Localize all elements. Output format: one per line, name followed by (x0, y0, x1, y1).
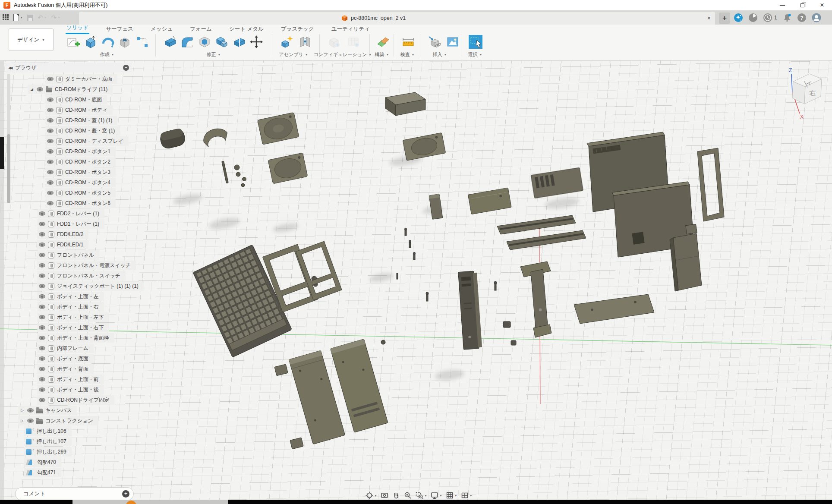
app-grid-menu-button[interactable] (3, 14, 9, 21)
visibility-eye-icon[interactable] (39, 243, 45, 247)
move-copy-button[interactable] (248, 34, 265, 50)
browser-row[interactable]: ボディ・上面・左下 (37, 312, 109, 322)
browser-row[interactable]: FDD1・レバー (1) (37, 219, 104, 229)
group-inspect[interactable]: 検査▼ (400, 51, 415, 58)
part-cdrom-buttons[interactable] (222, 161, 246, 187)
visibility-eye-icon[interactable] (39, 263, 45, 268)
browser-row[interactable]: 内部フレーム (37, 343, 94, 353)
group-construct[interactable]: 構築▼ (375, 51, 389, 58)
browser-row-folder[interactable]: ◢CD-ROMドライブ (11) (28, 85, 113, 94)
zoom-icon[interactable] (403, 491, 412, 500)
timeline-feature-row[interactable]: 勾配471 (24, 468, 61, 477)
visibility-eye-icon[interactable] (39, 315, 45, 319)
group-assemble[interactable]: アセンブリ▼ (279, 51, 308, 58)
measure-button[interactable] (400, 34, 416, 50)
visibility-eye-icon[interactable] (39, 336, 45, 340)
browser-row[interactable]: ボディ・上面・前 (37, 375, 104, 384)
tab-sheet-metal[interactable]: シート メタル (228, 25, 265, 34)
part-rear-frame[interactable] (697, 148, 724, 221)
browser-row[interactable]: FDD/LED/2 (37, 230, 88, 239)
revolve-button[interactable] (99, 34, 116, 50)
undo-button[interactable]: ↶▼ (38, 14, 47, 21)
comment-bar[interactable]: コメント + (15, 487, 134, 500)
part-top-box[interactable] (385, 92, 425, 116)
help-icon[interactable]: ? (797, 13, 807, 22)
group-configure[interactable]: コンフィギュレーション▼ (314, 51, 372, 58)
browser-row[interactable]: フロントパネル (37, 250, 99, 260)
visibility-eye-icon[interactable] (39, 356, 45, 361)
browser-row[interactable]: フロントパネル・電源スイッチ (37, 261, 136, 270)
timeline-feature-row[interactable]: 勾配470 (24, 457, 61, 467)
panel-remove-icon[interactable]: − (123, 65, 129, 71)
display-settings-button[interactable]: ▼ (430, 491, 442, 500)
viewports-button[interactable]: ▼ (460, 491, 473, 500)
tab-mesh[interactable]: メッシュ (150, 25, 173, 34)
visibility-eye-icon[interactable] (27, 419, 34, 423)
part-vertical-bracket[interactable] (520, 261, 552, 337)
group-insert[interactable]: 挿入▼ (433, 51, 447, 58)
assistant-icon[interactable] (734, 13, 743, 22)
part-vented-bracket[interactable] (531, 167, 583, 198)
browser-row[interactable]: CD-ROM・ディスプレイ (45, 136, 129, 146)
browser-row[interactable]: フロントパネル・スイッチ (37, 271, 126, 280)
pan-icon[interactable] (392, 491, 400, 500)
browser-row[interactable]: CD-ROM・底面 (45, 95, 107, 104)
visibility-eye-icon[interactable] (47, 129, 54, 133)
new-document-button[interactable]: + (719, 13, 730, 24)
group-create[interactable]: 作成▼ (100, 51, 114, 58)
grid-settings-button[interactable]: ▼ (445, 491, 457, 500)
workspace-switcher[interactable]: デザイン▼ (9, 28, 54, 51)
part-cdrom-tray-2[interactable] (268, 153, 308, 184)
sketch-dimension-button[interactable] (134, 34, 150, 50)
look-at-icon[interactable] (380, 491, 389, 500)
part-cdrom-tray-1[interactable] (258, 113, 299, 145)
visibility-eye-icon[interactable] (47, 191, 54, 195)
close-button[interactable]: × (812, 0, 832, 10)
visibility-eye-icon[interactable] (39, 232, 45, 236)
browser-row[interactable]: FDD2・レバー (1) (37, 209, 104, 218)
combine-button[interactable] (214, 34, 230, 50)
tab-surface[interactable]: サーフェス (105, 25, 134, 34)
twisty-collapsed-icon[interactable]: ▷ (20, 408, 25, 413)
timeline-feature-row[interactable]: 押し出し107 (24, 437, 72, 446)
tab-plastic[interactable]: プラスチック (280, 25, 315, 34)
browser-row[interactable]: ボディ・上面・右 (37, 302, 104, 312)
visibility-eye-icon[interactable] (39, 346, 45, 350)
visibility-eye-icon[interactable] (39, 377, 45, 381)
group-select[interactable]: 選択▼ (468, 51, 482, 58)
close-document-icon[interactable]: × (707, 12, 711, 25)
browser-row[interactable]: ボディ・上面・右下 (37, 323, 109, 332)
tab-form[interactable]: フォーム (189, 25, 213, 34)
part-keyboard[interactable] (193, 245, 292, 357)
browser-row[interactable]: CD-ROM・ボタン5 (45, 188, 116, 198)
timeline-feature-row[interactable]: 押し出し269 (24, 447, 72, 457)
timeline-feature-row[interactable]: 押し出し106 (24, 426, 72, 436)
browser-row[interactable]: CD-ROM・蓋・窓 (1) (45, 126, 120, 135)
configuration-table-button[interactable] (345, 34, 362, 50)
browser-row[interactable]: ボディ・上面・後 (37, 385, 104, 394)
browser-row[interactable]: CD-ROM・ボタン2 (45, 157, 116, 167)
insert-image-button[interactable] (444, 34, 461, 50)
twisty-expanded-icon[interactable]: ◢ (29, 87, 34, 91)
insert-derive-button[interactable] (426, 34, 443, 50)
visibility-eye-icon[interactable] (47, 149, 54, 154)
browser-row[interactable]: CD-ROM・ボタン6 (45, 198, 116, 208)
save-button[interactable] (27, 15, 33, 21)
new-component-button[interactable] (278, 34, 295, 50)
browser-row[interactable]: ボディ・上面・左 (37, 292, 104, 301)
minimize-button[interactable]: — (772, 0, 792, 10)
visibility-eye-icon[interactable] (27, 408, 34, 413)
visibility-eye-icon[interactable] (47, 139, 54, 143)
part-small-hardware[interactable] (312, 228, 516, 346)
add-comment-icon[interactable]: + (122, 490, 129, 498)
split-body-button[interactable] (231, 34, 247, 50)
zoom-window-button[interactable]: ▼ (415, 491, 427, 500)
browser-row[interactable]: ジョイスティックポート (1) (1) (1) (37, 281, 144, 291)
visibility-eye-icon[interactable] (47, 170, 54, 174)
visibility-eye-icon[interactable] (39, 222, 45, 226)
3d-viewport[interactable]: Z 上 右 X ◀◀ ブラウザ − ダミーカバー・底面 ◢CD-ROMドライブ … (0, 61, 832, 500)
visibility-eye-icon[interactable] (39, 398, 45, 402)
configure-button[interactable] (326, 34, 342, 50)
visibility-eye-icon[interactable] (37, 87, 43, 91)
joint-button[interactable] (297, 34, 313, 50)
